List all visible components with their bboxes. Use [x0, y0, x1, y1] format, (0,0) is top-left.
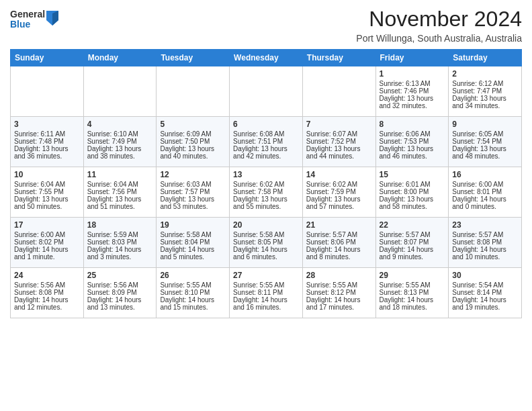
day-info-line: Sunset: 8:08 PM [452, 238, 518, 246]
calendar-cell: 21Sunrise: 5:57 AMSunset: 8:06 PMDayligh… [302, 218, 375, 268]
calendar-cell: 3Sunrise: 6:11 AMSunset: 7:48 PMDaylight… [11, 117, 84, 167]
day-info-line: Sunset: 7:48 PM [14, 138, 80, 145]
calendar-week-row: 1Sunrise: 6:13 AMSunset: 7:46 PMDaylight… [11, 66, 522, 117]
weekday-header-monday: Monday [83, 50, 157, 66]
day-info-line: and 55 minutes. [233, 203, 299, 210]
day-info-line: and 0 minutes. [452, 203, 518, 210]
day-info-line: Sunrise: 5:57 AM [452, 231, 518, 238]
calendar-cell: 5Sunrise: 6:09 AMSunset: 7:50 PMDaylight… [157, 117, 230, 167]
day-info-line: and 17 minutes. [306, 304, 372, 311]
day-info-line: Sunrise: 6:11 AM [14, 130, 80, 138]
day-info-line: Sunrise: 5:59 AM [87, 231, 153, 238]
day-info-line: Sunset: 8:10 PM [160, 289, 226, 296]
day-info-line: Sunrise: 6:07 AM [306, 130, 372, 138]
day-info-line: and 57 minutes. [306, 203, 372, 210]
day-info-line: Daylight: 13 hours [233, 195, 299, 203]
day-info-line: Daylight: 14 hours [233, 296, 299, 304]
day-number: 12 [160, 170, 226, 179]
day-number: 15 [380, 170, 445, 179]
day-info-line: Daylight: 14 hours [452, 246, 518, 253]
day-info-line: Daylight: 13 hours [306, 195, 372, 203]
day-info-line: Sunset: 8:05 PM [233, 238, 299, 246]
month-title: November 2024 [356, 7, 522, 32]
day-info-line: Daylight: 14 hours [452, 296, 518, 304]
logo: General Blue [10, 9, 58, 30]
day-info-line: Sunrise: 5:55 AM [233, 281, 299, 289]
day-number: 9 [452, 120, 518, 129]
day-info-line: Sunrise: 6:01 AM [380, 181, 445, 188]
day-info-line: Sunset: 7:47 PM [452, 87, 518, 95]
day-info-line: and 5 minutes. [160, 253, 226, 261]
calendar-cell: 14Sunrise: 6:02 AMSunset: 7:59 PMDayligh… [302, 167, 375, 218]
day-info-line: Sunset: 7:53 PM [380, 138, 445, 145]
day-info-line: Sunrise: 5:54 AM [452, 281, 518, 289]
day-info-line: Sunset: 7:55 PM [14, 188, 80, 195]
day-info-line: Sunset: 8:11 PM [233, 289, 299, 296]
calendar-cell: 18Sunrise: 5:59 AMSunset: 8:03 PMDayligh… [83, 218, 157, 268]
day-info-line: Sunrise: 6:02 AM [233, 181, 299, 188]
day-info-line: Daylight: 14 hours [306, 296, 372, 304]
calendar-cell: 25Sunrise: 5:56 AMSunset: 8:09 PMDayligh… [83, 268, 157, 318]
day-info-line: and 58 minutes. [380, 203, 445, 210]
day-info-line: Sunset: 7:52 PM [306, 138, 372, 145]
day-number: 18 [87, 220, 153, 230]
day-info-line: Sunset: 8:03 PM [87, 238, 153, 246]
day-number: 22 [380, 220, 445, 230]
day-info-line: Daylight: 13 hours [14, 145, 80, 152]
day-number: 16 [452, 170, 518, 179]
calendar-week-row: 17Sunrise: 6:00 AMSunset: 8:02 PMDayligh… [11, 218, 522, 268]
calendar-cell: 24Sunrise: 5:56 AMSunset: 8:08 PMDayligh… [11, 268, 84, 318]
day-info-line: Sunset: 7:59 PM [306, 188, 372, 195]
day-info-line: Sunrise: 6:05 AM [452, 130, 518, 138]
calendar-cell: 12Sunrise: 6:03 AMSunset: 7:57 PMDayligh… [157, 167, 230, 218]
day-info-line: and 6 minutes. [233, 253, 299, 261]
calendar-cell: 10Sunrise: 6:04 AMSunset: 7:55 PMDayligh… [11, 167, 84, 218]
location-subtitle: Port Willunga, South Australia, Australi… [356, 33, 522, 44]
day-info-line: Sunrise: 6:12 AM [452, 80, 518, 87]
day-info-line: and 1 minute. [14, 253, 80, 261]
day-number: 19 [160, 220, 226, 230]
calendar-cell: 20Sunrise: 5:58 AMSunset: 8:05 PMDayligh… [230, 218, 303, 268]
day-number: 30 [452, 271, 518, 280]
day-info-line: Daylight: 13 hours [380, 195, 445, 203]
day-info-line: Daylight: 14 hours [14, 296, 80, 304]
day-info-line: Daylight: 13 hours [306, 145, 372, 152]
weekday-header-row: SundayMondayTuesdayWednesdayThursdayFrid… [11, 50, 522, 66]
calendar-cell: 27Sunrise: 5:55 AMSunset: 8:11 PMDayligh… [230, 268, 303, 318]
day-info-line: Sunset: 7:46 PM [380, 87, 445, 95]
day-number: 6 [233, 120, 299, 129]
calendar-cell: 7Sunrise: 6:07 AMSunset: 7:52 PMDaylight… [302, 117, 375, 167]
day-info-line: Sunrise: 6:04 AM [14, 181, 80, 188]
day-info-line: and 46 minutes. [380, 152, 445, 160]
day-info-line: Sunset: 8:02 PM [14, 238, 80, 246]
day-info-line: and 18 minutes. [380, 304, 445, 311]
day-info-line: and 36 minutes. [14, 152, 80, 160]
calendar-cell: 19Sunrise: 5:58 AMSunset: 8:04 PMDayligh… [157, 218, 230, 268]
day-info-line: Sunset: 8:00 PM [380, 188, 445, 195]
day-info-line: Sunset: 8:01 PM [452, 188, 518, 195]
day-info-line: Sunrise: 6:13 AM [380, 80, 445, 87]
day-info-line: Sunset: 8:14 PM [452, 289, 518, 296]
day-info-line: and 15 minutes. [160, 304, 226, 311]
calendar-cell [302, 66, 375, 117]
day-info-line: Daylight: 14 hours [380, 246, 445, 253]
day-info-line: Sunset: 8:07 PM [380, 238, 445, 246]
day-number: 28 [306, 271, 372, 280]
day-info-line: Sunrise: 6:00 AM [14, 231, 80, 238]
day-number: 23 [452, 220, 518, 230]
day-info-line: and 40 minutes. [160, 152, 226, 160]
day-info-line: Daylight: 13 hours [160, 145, 226, 152]
logo-icon [46, 11, 58, 26]
day-info-line: Sunset: 8:04 PM [160, 238, 226, 246]
calendar-cell: 17Sunrise: 6:00 AMSunset: 8:02 PMDayligh… [11, 218, 84, 268]
calendar-cell: 9Sunrise: 6:05 AMSunset: 7:54 PMDaylight… [449, 117, 522, 167]
day-number: 10 [14, 170, 80, 179]
calendar-cell: 8Sunrise: 6:06 AMSunset: 7:53 PMDaylight… [375, 117, 449, 167]
day-info-line: Daylight: 14 hours [160, 246, 226, 253]
day-info-line: Daylight: 13 hours [87, 195, 153, 203]
day-info-line: Sunset: 7:54 PM [452, 138, 518, 145]
day-info-line: Daylight: 14 hours [452, 195, 518, 203]
day-info-line: and 48 minutes. [452, 152, 518, 160]
day-info-line: Sunrise: 5:55 AM [160, 281, 226, 289]
day-info-line: Sunset: 8:08 PM [14, 289, 80, 296]
